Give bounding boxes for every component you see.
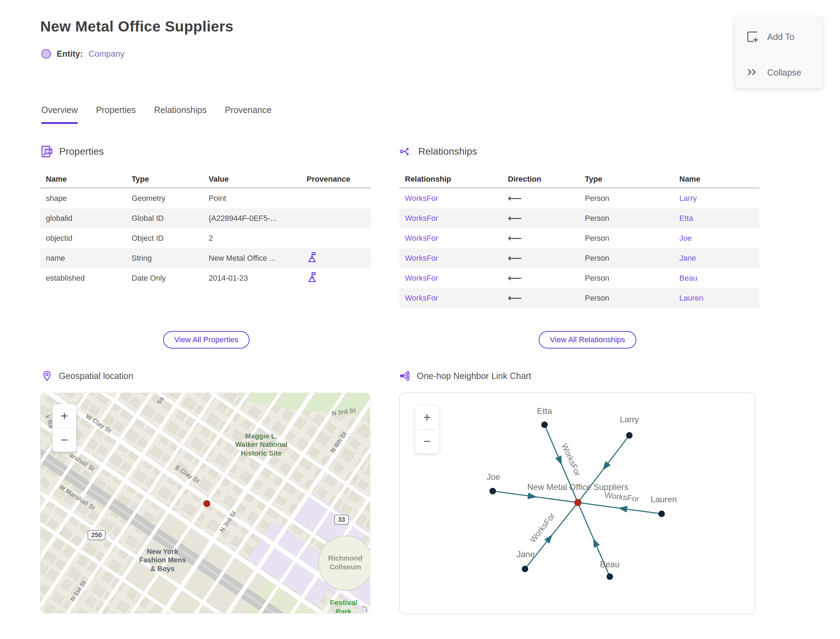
- col-header: Provenance: [301, 175, 371, 184]
- chart-zoom-in-button[interactable]: +: [415, 405, 439, 429]
- property-type-cell: Global ID: [126, 214, 203, 223]
- geospatial-section-title: Geospatial location: [59, 371, 134, 381]
- chart-node-label: Lauren: [651, 494, 677, 504]
- relationship-type-link[interactable]: WorksFor: [399, 294, 502, 303]
- relationship-entity-type-cell: Person: [579, 254, 674, 263]
- properties-table: Name Type Value Provenance shapeGeometry…: [40, 171, 371, 288]
- tab-bar: Overview Properties Relationships Proven…: [41, 105, 272, 124]
- relationship-direction: ⟵: [502, 212, 579, 224]
- properties-icon: [40, 145, 53, 158]
- chart-node-label: Beau: [600, 560, 619, 569]
- chart-center-node[interactable]: [575, 499, 581, 506]
- chart-center-label: New Metal Office Suppliers: [527, 482, 628, 492]
- link-chart-section-title: One-hop Neighbor Link Chart: [417, 371, 531, 381]
- chart-edge-label: WorksFor: [560, 442, 582, 478]
- chart-node-joe[interactable]: [490, 488, 496, 494]
- property-row: nameStringNew Metal Office ...: [40, 248, 371, 268]
- map-zoom-in-button[interactable]: +: [52, 404, 76, 428]
- collapse-button[interactable]: Collapse: [735, 60, 822, 85]
- chart-zoom-control: + −: [415, 405, 439, 453]
- map-canvas[interactable]: k RdW Clay StSaarshall StW Marshall StE …: [40, 393, 370, 614]
- relationship-type-link[interactable]: WorksFor: [399, 254, 502, 263]
- relationship-entity-type-cell: Person: [579, 234, 674, 243]
- chart-edge-label: WorksFor: [604, 490, 640, 504]
- chart-node-label: Etta: [537, 406, 552, 416]
- provenance-flag-icon[interactable]: [307, 271, 318, 283]
- property-value-cell: Point: [203, 194, 301, 203]
- chart-node-jane[interactable]: [522, 566, 528, 572]
- chart-node-beau[interactable]: [607, 574, 613, 580]
- relationship-type-link[interactable]: WorksFor: [399, 214, 502, 223]
- chart-edge-arrowhead: [603, 461, 611, 470]
- basemap: [41, 393, 370, 614]
- map-zoom-out-button[interactable]: −: [52, 428, 76, 452]
- relationship-row: WorksFor⟵PersonLarry: [399, 188, 759, 208]
- entity-type-icon: [41, 49, 51, 59]
- tab-overview[interactable]: Overview: [41, 105, 78, 124]
- chart-node-larry[interactable]: [627, 432, 632, 438]
- entity-type-value: Company: [89, 49, 125, 59]
- relationship-entity-name-link[interactable]: Beau: [674, 273, 759, 283]
- tab-provenance[interactable]: Provenance: [225, 105, 271, 124]
- relationship-entity-name-link[interactable]: Etta: [674, 214, 759, 223]
- collapse-label: Collapse: [767, 68, 801, 78]
- entity-label: Entity:: [57, 49, 83, 59]
- link-chart: WorksForWorksForWorksForEttaLarryJoeLaur…: [400, 393, 755, 614]
- zoom-divider: [418, 429, 436, 430]
- add-to-map-icon: [746, 30, 759, 43]
- chart-node-lauren[interactable]: [659, 511, 665, 517]
- double-chevron-right-icon: [746, 66, 759, 79]
- relationship-entity-name-link[interactable]: Jane: [674, 254, 759, 263]
- chart-node-label: Joe: [487, 472, 500, 482]
- relationship-entity-name-link[interactable]: Larry: [674, 194, 759, 203]
- relationship-direction: ⟵: [502, 292, 579, 304]
- add-to-label: Add To: [767, 32, 794, 42]
- relationship-direction: ⟵: [502, 192, 579, 204]
- chart-zoom-out-button[interactable]: −: [415, 429, 439, 453]
- property-name-cell: shape: [40, 194, 126, 203]
- col-header: Type: [579, 175, 674, 184]
- property-value-cell: New Metal Office ...: [203, 254, 301, 263]
- add-to-button[interactable]: Add To: [735, 24, 822, 49]
- properties-table-header: Name Type Value Provenance: [40, 171, 371, 188]
- action-card: Add To Collapse: [735, 17, 822, 88]
- property-type-cell: String: [126, 254, 203, 263]
- property-type-cell: Date Only: [126, 273, 203, 283]
- provenance-flag-icon[interactable]: [307, 251, 318, 263]
- page-title: New Metal Office Suppliers: [40, 18, 234, 35]
- chart-edge-arrowhead: [555, 456, 562, 466]
- property-provenance-cell: [301, 251, 371, 265]
- map-pin-icon: [41, 370, 52, 381]
- property-value-cell: {A228944F-0EF5-...: [203, 214, 301, 223]
- relationship-row: WorksFor⟵PersonLauren: [399, 288, 759, 308]
- relationships-section-header: Relationships: [399, 145, 477, 158]
- chart-node-etta[interactable]: [541, 422, 547, 428]
- chart-edge-arrowhead: [544, 534, 553, 544]
- link-chart-canvas[interactable]: WorksForWorksForWorksForEttaLarryJoeLaur…: [399, 393, 755, 614]
- tab-properties[interactable]: Properties: [96, 105, 136, 124]
- property-row: shapeGeometryPoint: [40, 188, 371, 208]
- properties-section-header: Properties: [40, 145, 104, 158]
- relationship-type-link[interactable]: WorksFor: [399, 194, 502, 203]
- relationship-direction: ⟵: [502, 272, 579, 284]
- property-name-cell: established: [40, 273, 126, 283]
- tab-relationships[interactable]: Relationships: [154, 105, 207, 124]
- view-all-properties-button[interactable]: View All Properties: [163, 331, 250, 348]
- link-chart-icon: [399, 370, 410, 381]
- col-header: Value: [203, 175, 301, 184]
- col-header: Direction: [502, 175, 579, 184]
- map-zoom-control: + −: [52, 404, 76, 452]
- relationship-type-link[interactable]: WorksFor: [399, 234, 502, 243]
- relationships-table-header: Relationship Direction Type Name: [399, 171, 759, 188]
- chart-node-label: Larry: [620, 415, 639, 424]
- relationship-direction: ⟵: [502, 232, 579, 244]
- relationship-entity-name-link[interactable]: Lauren: [674, 294, 759, 303]
- chart-edge-arrowhead: [527, 493, 537, 499]
- relationships-table: Relationship Direction Type Name WorksFo…: [399, 171, 759, 308]
- map-location-marker: [204, 501, 210, 507]
- relationship-type-link[interactable]: WorksFor: [399, 273, 502, 283]
- property-type-cell: Geometry: [126, 194, 203, 203]
- chart-edge-arrowhead: [618, 506, 628, 513]
- view-all-relationships-button[interactable]: View All Relationships: [539, 331, 636, 348]
- relationship-entity-name-link[interactable]: Joe: [674, 234, 759, 243]
